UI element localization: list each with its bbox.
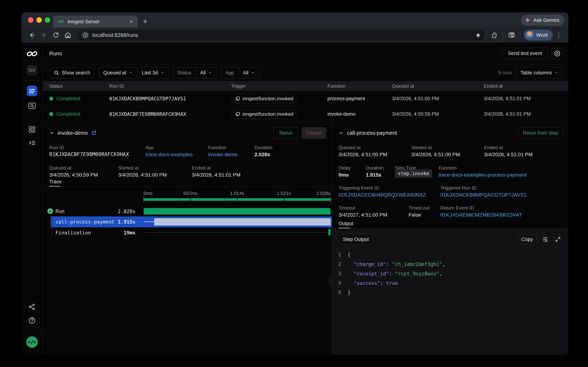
status-filter: Status All	[173, 67, 217, 78]
zoom-window-button[interactable]	[45, 17, 50, 23]
run-id-value[interactable]: 01KJXDACBF7E98M00RAFCK9HAX	[49, 151, 129, 157]
chevron-down-icon	[129, 71, 133, 75]
profile-label: Work	[536, 32, 548, 38]
step-span-bar[interactable]	[154, 218, 331, 225]
queued-at: 3/4/2026, 4:51:00 PM	[392, 96, 484, 101]
queued-value: 3/4/2026, 4:50:59 PM	[49, 172, 98, 178]
close-window-button[interactable]	[28, 17, 33, 23]
output-section: Step Output Copy	[332, 229, 568, 355]
code-line: 1 {	[332, 250, 568, 259]
reload-button[interactable]	[50, 30, 61, 40]
run-id[interactable]: 01KJXDACBF7E98M00RAFCK9HAX	[109, 111, 231, 117]
app-filter-dropdown[interactable]: All	[238, 67, 259, 78]
run-detail-title: invoke-demo	[58, 130, 88, 136]
inngest-favicon-icon	[58, 19, 64, 24]
code-line: 5 }	[332, 288, 568, 297]
return-event-id-link[interactable]: 01KJXDAE66CMZMB28439023V4T	[440, 212, 522, 218]
tab-close-icon[interactable]: ×	[130, 19, 133, 24]
table-row[interactable]: Completed 01KJXDACBF7E98M00RAFCK9HAX inn…	[43, 106, 568, 122]
step-output-code[interactable]: 1 { 2 "charge_id": "ch_1abc2def3ghi", 3 …	[332, 250, 568, 297]
site-info-icon[interactable]	[81, 31, 90, 39]
rerun-from-step-button[interactable]: Rerun from step	[518, 127, 563, 139]
share-icon[interactable]	[29, 303, 35, 310]
back-button[interactable]	[26, 30, 37, 40]
function-link[interactable]: invoke-demo	[208, 152, 237, 158]
trace-row-name[interactable]: Finalization	[56, 230, 91, 235]
runs-count: 9 runs	[498, 70, 512, 76]
url-text[interactable]: localhost:8288/runs	[92, 32, 472, 38]
rerun-button[interactable]: Rerun	[274, 127, 298, 139]
sidebar-item-functions[interactable]	[28, 139, 36, 147]
home-button[interactable]	[63, 30, 73, 40]
triggered-run-id-link[interactable]: 01KJXDACKB9MPQACGTDP7JAVS1	[440, 192, 527, 198]
copy-button[interactable]: Copy	[517, 234, 538, 244]
minimize-window-button[interactable]	[36, 17, 42, 23]
collapse-chevron-icon[interactable]	[49, 130, 54, 135]
bookmark-star-icon[interactable]: ★	[475, 32, 481, 39]
send-test-event-button[interactable]: Send test event	[502, 48, 548, 59]
code-line: 2 "charge_id": "ch_1abc2def3ghi",	[332, 259, 568, 269]
time-range-dropdown[interactable]: Last 3d	[137, 67, 169, 78]
profile-chip[interactable]: Work	[524, 30, 553, 41]
field-label: Return Event ID	[440, 205, 474, 211]
collapse-chevron-icon[interactable]	[339, 130, 344, 135]
section-divider	[332, 228, 568, 229]
step-output-pill[interactable]: Step Output	[338, 234, 374, 245]
queued-value: 3/4/2026, 4:51:00 PM	[339, 152, 387, 158]
external-link-icon[interactable]	[91, 130, 97, 136]
check-circle-icon	[47, 208, 53, 214]
tab-search-icon[interactable]	[506, 30, 517, 40]
function-name: invoke-demo	[327, 111, 392, 117]
browser-menu-icon[interactable]: ⋮	[554, 32, 563, 39]
trace-row-name[interactable]: call-process-payment	[56, 219, 115, 225]
ended-at: 3/4/2026, 4:51:01 PM	[484, 111, 568, 117]
sidebar-item-runs[interactable]	[27, 86, 37, 96]
word-wrap-icon[interactable]	[540, 234, 550, 244]
sidebar-item-events[interactable]	[28, 102, 36, 109]
run-id[interactable]: 01KJXDACKB9MPQACGTDP7JAVS1	[109, 96, 231, 101]
field-label: Triggered Run ID	[440, 185, 476, 191]
trigger-pill[interactable]: inngest/function.invoked	[231, 94, 298, 103]
expand-icon[interactable]	[553, 234, 563, 244]
time-field-dropdown[interactable]: Queued at	[99, 67, 137, 78]
show-search-button[interactable]: Show search	[49, 67, 95, 78]
function-link[interactable]: trace-docs-examples-process-payment	[439, 172, 527, 178]
forward-button[interactable]	[39, 30, 49, 40]
dev-server-button[interactable]: </>	[26, 336, 38, 348]
status-filter-label: Status	[177, 70, 191, 76]
run-span-bar[interactable]	[144, 208, 331, 215]
step-type-chip: step.invoke	[395, 169, 432, 178]
chevron-down-icon	[160, 71, 164, 75]
tab-output[interactable]: Output	[339, 221, 353, 226]
trigger-pill[interactable]: inngest/function.invoked	[231, 109, 298, 119]
inngest-logo-icon[interactable]	[26, 50, 38, 57]
extensions-icon[interactable]	[489, 30, 499, 40]
chevron-down-icon	[554, 71, 558, 75]
field-label: Function	[439, 165, 457, 171]
timed-out-value: False	[409, 212, 421, 218]
url-bar[interactable]: localhost:8288/runs ★	[77, 30, 485, 40]
status-filter-dropdown[interactable]: All	[196, 67, 216, 78]
page-title: Runs	[49, 50, 498, 57]
browser-tab[interactable]: Inngest Server ×	[53, 16, 138, 28]
finalization-span-bar[interactable]	[328, 229, 331, 235]
axis-tick: 1.521s	[277, 191, 291, 196]
timeline-tick	[190, 198, 191, 201]
sidebar-item-apps[interactable]	[28, 126, 36, 133]
ask-gemini-button[interactable]: Ask Gemini	[521, 15, 564, 26]
triggering-event-id-link[interactable]: 01KJXDACEC6H49QRQXWEA93NXZ	[339, 192, 426, 198]
help-icon[interactable]	[28, 317, 36, 324]
new-tab-button[interactable]: +	[143, 17, 148, 26]
app-link[interactable]: trace-docs-examples	[145, 152, 193, 158]
field-label: Timed out	[409, 205, 430, 211]
cancel-button[interactable]: Cancel	[302, 127, 326, 139]
table-row[interactable]: Completed 01KJXDACKB9MPQACGTDP7JAVS1 inn…	[43, 91, 568, 106]
trace-row-name[interactable]: Run	[56, 209, 65, 214]
env-badge[interactable]: DV	[27, 65, 37, 75]
settings-gear-button[interactable]	[552, 48, 563, 59]
app-sidebar: DV	[21, 42, 43, 355]
tab-trace[interactable]: Trace	[49, 179, 62, 184]
table-columns-dropdown[interactable]: Table columns	[516, 67, 563, 78]
finalization-track	[144, 232, 331, 233]
code-line: 3 "receipt_id": "rcpt_9xyz8wvu",	[332, 269, 568, 278]
